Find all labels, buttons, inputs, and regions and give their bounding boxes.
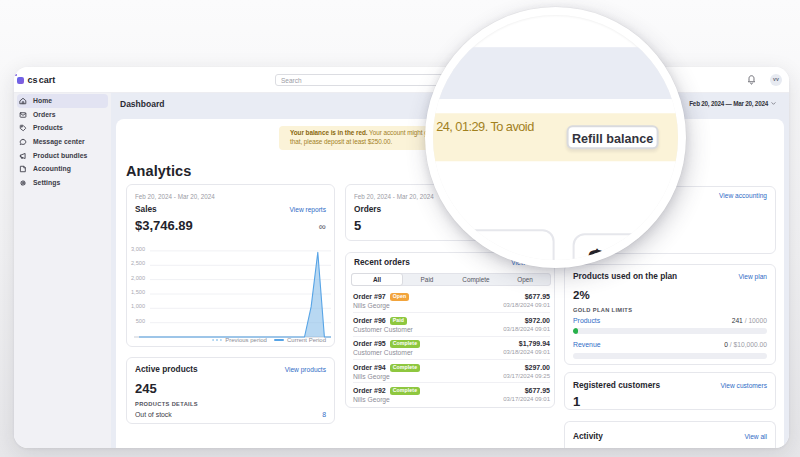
out-of-stock-label: Out of stock: [135, 411, 172, 419]
sales-period: Feb 20, 2024 - Mar 20, 2024: [135, 193, 215, 200]
message-center-icon: [19, 138, 27, 146]
order-customer: Nills George: [353, 302, 390, 310]
order-amount: $972.00: [525, 317, 550, 325]
activity-title: Activity: [573, 432, 603, 441]
plan-limits-label: GOLD PLAN LIMITS: [573, 307, 632, 313]
magnifier-lens-content: Your balance is in the red. Your account…: [433, 15, 678, 260]
magnifier-lens: Your balance is in the red. Your account…: [425, 7, 686, 268]
magnified-view: Your balance is in the red. Your account…: [433, 15, 678, 260]
order-date: 03/18/2024 09:01: [503, 326, 550, 334]
sidebar-item-product-bundles[interactable]: Product bundles: [17, 149, 108, 163]
sidebar-item-home[interactable]: Home: [17, 94, 108, 108]
date-range-picker[interactable]: Feb 20, 2024 — Mar 20, 2024: [689, 100, 776, 107]
date-range-label: Feb 20, 2024 — Mar 20, 2024: [689, 100, 768, 107]
cscart-logo: cs cart: [17, 67, 55, 93]
order-status-tabs: All Paid Complete Open: [351, 273, 551, 286]
order-row[interactable]: Order #97Open$677.95Nills George03/18/20…: [353, 290, 550, 313]
order-customer: Customer Customer: [353, 349, 413, 357]
order-date: 03/17/2024 09:25: [503, 373, 550, 381]
registered-customers-card: Registered customers View customers 1: [564, 372, 776, 410]
order-customer: Nills George: [353, 396, 390, 404]
activity-card: Activity View all: [564, 421, 776, 448]
view-all-link[interactable]: View all: [744, 433, 767, 440]
order-status-badge: Paid: [390, 317, 407, 325]
logo-dot-icon: [15, 74, 17, 76]
chart-legend: Previous period Current Period: [127, 337, 326, 344]
recent-orders-card: Recent orders View orders All Paid Compl…: [345, 252, 555, 408]
order-amount: $1,799.94: [519, 340, 550, 348]
active-products-value: 245: [135, 381, 157, 396]
order-row[interactable]: Order #94Complete$297.00Nills George03/1…: [353, 360, 550, 383]
legend-previous-swatch: [212, 339, 222, 341]
magnified-banner-text: Your balance is in the red. Your account…: [433, 120, 534, 154]
view-reports-link[interactable]: View reports: [289, 206, 326, 213]
order-status-badge: Complete: [390, 387, 420, 395]
plan-products-total: / 10000: [743, 317, 767, 324]
chevron-down-icon: [771, 101, 776, 106]
order-id: Order #95: [353, 340, 386, 348]
page-background: cs cart VV Home Orders Products: [0, 0, 800, 457]
sidebar: Home Orders Products Message center Prod…: [14, 93, 111, 448]
view-accounting-link[interactable]: View accounting: [719, 192, 767, 199]
orders-value: 5: [354, 218, 361, 233]
plan-revenue-total: / $10,000.00: [728, 341, 767, 348]
magnified-refill-balance-button[interactable]: Refill balance: [566, 125, 658, 150]
plan-products-link[interactable]: Products: [573, 317, 600, 325]
products-details-label: PRODUCTS DETAILS: [135, 401, 198, 407]
sidebar-item-settings[interactable]: Settings: [17, 176, 108, 190]
sales-card: Feb 20, 2024 - Mar 20, 2024 Sales View r…: [126, 184, 335, 347]
magnified-banner: Your balance is in the red. Your account…: [433, 113, 678, 161]
order-date: 03/18/2024 09:01: [503, 349, 550, 357]
customers-title: Registered customers: [573, 381, 660, 390]
tab-all[interactable]: All: [351, 273, 404, 286]
plan-products-used: 241: [732, 317, 743, 324]
tab-complete[interactable]: Complete: [451, 274, 500, 285]
order-date: 03/17/2024 09:01: [503, 396, 550, 404]
plan-products-progress: [573, 328, 767, 334]
view-customers-link[interactable]: View customers: [721, 382, 767, 389]
user-avatar[interactable]: VV: [770, 74, 782, 86]
sales-chart: [134, 247, 331, 339]
out-of-stock-count[interactable]: 8: [322, 411, 326, 419]
analytics-title: Analytics: [126, 163, 191, 179]
order-date: 03/18/2024 09:01: [503, 302, 550, 310]
legend-previous-label: Previous period: [225, 337, 267, 344]
order-id: Order #97: [353, 293, 386, 301]
view-plan-link[interactable]: View plan: [739, 273, 767, 280]
sidebar-item-label: Product bundles: [33, 152, 87, 160]
product-bundles-icon: [19, 152, 27, 160]
orders-icon: [19, 111, 27, 119]
tab-open[interactable]: Open: [501, 274, 550, 285]
plan-revenue-progress: [573, 353, 767, 359]
recent-orders-title: Recent orders: [354, 258, 410, 267]
orders-period: Feb 20, 2024 - Mar 20, 2024: [354, 193, 434, 200]
sidebar-item-label: Products: [33, 124, 63, 132]
order-row[interactable]: Order #95Complete$1,799.94Customer Custo…: [353, 337, 550, 360]
notifications-bell-icon[interactable]: [747, 74, 756, 86]
page-title: Dashboard: [120, 100, 164, 110]
logo-text: cs cart: [28, 75, 56, 85]
sidebar-item-label: Message center: [33, 138, 85, 146]
order-row[interactable]: Order #96Paid$972.00Customer Customer03/…: [353, 313, 550, 336]
legend-current-label: Current Period: [287, 337, 326, 344]
plan-revenue-link[interactable]: Revenue: [573, 341, 601, 349]
order-amount: $677.95: [525, 387, 550, 395]
sidebar-item-accounting[interactable]: Accounting: [17, 162, 108, 176]
sidebar-item-orders[interactable]: Orders: [17, 108, 108, 122]
sidebar-item-label: Settings: [33, 179, 60, 187]
customers-value: 1: [573, 394, 580, 409]
legend-current-swatch: [274, 339, 284, 341]
tab-paid[interactable]: Paid: [402, 274, 451, 285]
order-row[interactable]: Order #92Complete$677.95Nills George03/1…: [353, 384, 550, 407]
compare-infinity-icon: ∞: [319, 221, 326, 232]
active-products-title: Active products: [135, 365, 198, 374]
sales-value: $3,746.89: [135, 219, 193, 234]
plan-title: Products used on the plan: [573, 272, 677, 281]
sidebar-item-label: Home: [33, 97, 52, 105]
order-customer: Nills George: [353, 373, 390, 381]
view-products-link[interactable]: View products: [285, 366, 326, 373]
sidebar-item-message-center[interactable]: Message center: [17, 135, 108, 149]
sidebar-item-products[interactable]: Products: [17, 121, 108, 135]
order-id: Order #92: [353, 387, 386, 395]
magnified-accounting-value: $: [587, 243, 606, 259]
